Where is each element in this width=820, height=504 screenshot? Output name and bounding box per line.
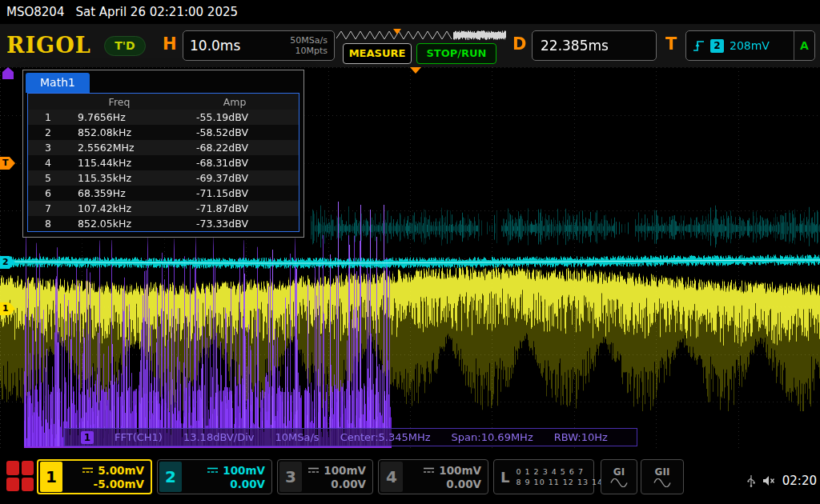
digital-row-1: 0 1 2 3 4 5 6 7 (516, 467, 584, 476)
logic-label: L (500, 469, 509, 486)
fft-center: Center:5.345MHz (340, 431, 431, 443)
math-table-row: 5115.35kHz-69.37dBV (28, 170, 299, 186)
stop-run-button[interactable]: STOP/RUN (416, 43, 496, 64)
math-table-row: 7107.42kHz-71.87dBV (28, 201, 299, 216)
coupling-icon (308, 466, 320, 474)
delay-value: 22.385ms (541, 38, 609, 54)
gen2-label: GII (655, 466, 670, 478)
trigger-status-badge: T'D (104, 36, 146, 56)
channel-bar: 1 5.00mV -5.00mV 2 100mV 0.00V 3 100mV 0… (0, 450, 820, 504)
status-bar: MSO8204 Sat April 26 02:21:00 2025 (0, 0, 820, 24)
sine-wave-icon (610, 478, 628, 487)
trigger-level-value: 208mV (730, 39, 770, 52)
fft-scale: 13.18dBV/Div (183, 431, 255, 443)
math-peak-table: Freq Amp 19.7656Hz-55.19dBV 2852.08kHz-5… (27, 93, 299, 232)
delay-label: D (512, 34, 526, 54)
fft-source: FFT(CH1) (115, 431, 163, 443)
sine-wave-icon (653, 478, 671, 487)
channel1-number: 1 (40, 462, 62, 492)
fft-rbw: RBW:10Hz (554, 431, 608, 443)
channel1-offset: -5.00mV (94, 478, 144, 490)
channel3-scale: 100mV (324, 464, 366, 477)
channel3-offset: 0.00V (331, 478, 366, 490)
col-amp: Amp (171, 96, 299, 108)
trigger-panel[interactable]: 2 208mV A (685, 30, 815, 61)
timebase-panel[interactable]: 10.0ms 50MSa/s 10Mpts (183, 30, 335, 61)
logic-analyzer-box[interactable]: L 0 1 2 3 4 5 6 7 8 9 10 11 12 13 14 15 (493, 459, 594, 494)
math1-tab[interactable]: Math1 (26, 73, 90, 93)
math-table-row: 4115.44kHz-68.31dBV (28, 155, 299, 170)
channel4-offset: 0.00V (446, 478, 481, 490)
gen1-button[interactable]: GI (601, 459, 637, 494)
math-table-row: 8852.05kHz-73.33dBV (28, 216, 299, 231)
coupling-icon (423, 466, 435, 474)
clock: 02:20 (782, 474, 817, 488)
col-freq: Freq (68, 96, 171, 108)
channel1-box[interactable]: 1 5.00mV -5.00mV (37, 459, 152, 494)
math-table-row: 32.5562MHz-68.22dBV (28, 140, 299, 155)
channel4-number: 4 (380, 462, 403, 492)
waveform-preview[interactable] (336, 29, 506, 42)
display-area: T 2 1 Math1 Freq Amp 19.7656Hz-55.19dBV … (0, 67, 820, 450)
trigger-label: T (665, 34, 677, 54)
datetime-label: Sat April 26 02:21:00 2025 (75, 5, 238, 19)
trigger-position-marker[interactable] (410, 67, 421, 74)
gen2-button[interactable]: GII (641, 459, 684, 494)
trigger-source-badge: 2 (710, 39, 724, 53)
channel4-scale: 100mV (439, 464, 481, 477)
math-table-header: Freq Amp (28, 94, 299, 110)
model-label: MSO8204 (6, 5, 64, 19)
channel2-offset: 0.00V (230, 478, 265, 490)
channel2-scale: 100mV (223, 464, 265, 477)
gen1-label: GI (613, 466, 625, 478)
fft-status-bar: 1 FFT(CH1) 13.18dBV/Div 10MSa/s Center:5… (64, 428, 637, 446)
channel3-number: 3 (279, 462, 302, 492)
delay-panel[interactable]: 22.385ms (532, 30, 657, 61)
sample-rate: 50MSa/s (290, 35, 328, 46)
math1-window[interactable]: Math1 Freq Amp 19.7656Hz-55.19dBV 2852.0… (22, 70, 304, 238)
trigger-slope-icon (693, 37, 705, 54)
channel1-scale: 5.00mV (98, 464, 144, 477)
trigger-mode-badge: A (794, 31, 814, 60)
measure-button[interactable]: MEASURE (343, 43, 412, 64)
fft-sample-rate: 10MSa/s (275, 431, 320, 443)
channel3-box[interactable]: 3 100mV 0.00V (277, 459, 373, 494)
menu-icon[interactable] (6, 461, 34, 491)
horizontal-label: H (163, 34, 177, 54)
fft-channel-badge: 1 (81, 431, 94, 444)
usb-icon (747, 474, 755, 487)
channel2-box[interactable]: 2 100mV 0.00V (157, 459, 272, 494)
math-table-row: 19.7656Hz-55.19dBV (28, 110, 299, 125)
timebase-value: 10.0ms (190, 38, 240, 54)
fft-span: Span:10.69MHz (452, 431, 533, 443)
memory-depth: 10Mpts (295, 46, 328, 56)
math-table-row: 2852.08kHz-58.52dBV (28, 125, 299, 140)
channel4-box[interactable]: 4 100mV 0.00V (378, 459, 488, 494)
speaker-mute-icon[interactable] (762, 475, 775, 486)
math-table-row: 668.359Hz-71.15dBV (28, 186, 299, 201)
coupling-icon (207, 466, 219, 474)
channel2-number: 2 (159, 462, 182, 492)
coupling-icon (82, 466, 94, 474)
rigol-logo: RIGOL (6, 33, 91, 58)
toolbar: RIGOL T'D H 10.0ms 50MSa/s 10Mpts MEASUR… (0, 24, 820, 67)
